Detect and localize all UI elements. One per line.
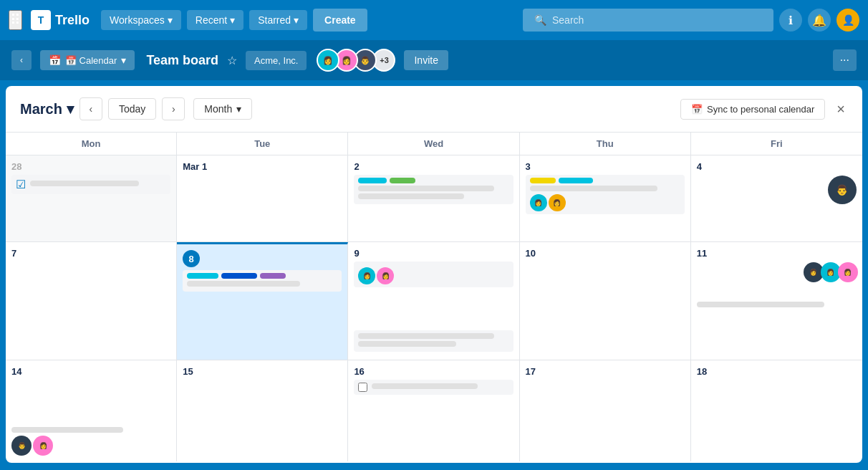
day-number: 17 — [526, 366, 685, 377]
invite-button[interactable]: Invite — [404, 50, 448, 70]
day-header-wed: Wed — [348, 133, 519, 155]
month-chevron-icon: ▾ — [67, 100, 74, 118]
member-avatar-1[interactable]: 👩 — [317, 49, 339, 72]
green-tag — [390, 178, 415, 183]
recent-button[interactable]: Recent ▾ — [187, 10, 243, 30]
card-text — [372, 383, 477, 389]
star-button[interactable]: ☆ — [227, 54, 237, 67]
search-input[interactable] — [552, 14, 762, 26]
day-number: 14 — [11, 366, 170, 377]
calendar-day-8[interactable]: 8 — [177, 242, 348, 360]
purple-tag — [260, 273, 286, 279]
notifications-button[interactable]: 🔔 — [808, 9, 831, 32]
card-text — [530, 186, 658, 191]
day-number: 11 — [697, 248, 857, 259]
calendar-day-mar1[interactable]: Mar 1 — [177, 155, 348, 241]
day-number: 8 — [183, 250, 200, 267]
card-item[interactable]: 👩 👩 — [526, 175, 685, 214]
card-avatars: 👩 👩 — [530, 194, 680, 211]
calendar-day-14[interactable]: 14 👨 👩 — [6, 360, 177, 461]
calendar-view-button[interactable]: 📅 📅 Calendar ▾ — [40, 50, 135, 70]
card-item[interactable] — [354, 175, 513, 204]
grid-icon[interactable]: ⠿ — [9, 10, 22, 30]
trello-logo: T Trello — [31, 10, 90, 30]
board-title: Team board — [146, 53, 218, 68]
day-number: 15 — [183, 366, 342, 377]
card-item-2[interactable] — [354, 330, 513, 352]
month-navigation: March ▾ ‹ Today › — [20, 97, 185, 120]
workspaces-button[interactable]: Workspaces ▾ — [101, 10, 181, 30]
close-button[interactable]: × — [834, 98, 848, 120]
create-button[interactable]: Create — [313, 9, 367, 32]
calendar-day-10[interactable]: 10 — [520, 242, 691, 360]
calendar-day-17[interactable]: 17 — [520, 360, 691, 461]
day-number: 18 — [697, 366, 857, 377]
avatar-pink: 👩 — [838, 262, 858, 282]
avatar-yellow: 👩 — [549, 194, 566, 211]
yellow-tag — [530, 178, 556, 183]
board-header: ‹ 📅 📅 Calendar ▾ Team board ☆ Acme, Inc.… — [0, 40, 868, 80]
next-month-button[interactable]: › — [162, 97, 185, 120]
calendar-day-15[interactable]: 15 — [177, 360, 348, 461]
sidebar-toggle[interactable]: ‹ — [11, 50, 32, 70]
avatar-pink: 👩 — [377, 267, 394, 284]
starred-button[interactable]: Starred ▾ — [249, 10, 307, 30]
day-number: 7 — [11, 248, 170, 259]
prev-month-button[interactable]: ‹ — [79, 97, 102, 120]
day-number: 9 — [354, 248, 513, 259]
calendar-day-28[interactable]: 28 ☑ — [6, 155, 177, 241]
day-number: Mar 1 — [183, 161, 342, 172]
calendar-day-7[interactable]: 7 — [6, 242, 177, 360]
calendar-sync-icon: 📅 — [691, 104, 703, 115]
today-button[interactable]: Today — [108, 98, 156, 120]
card-item[interactable] — [183, 270, 342, 292]
card-item[interactable] — [354, 380, 513, 395]
month-title[interactable]: March ▾ — [20, 100, 74, 118]
day-header-tue: Tue — [177, 133, 348, 155]
more-options-button[interactable]: ··· — [833, 49, 857, 71]
calendar-day-9[interactable]: 9 👩 👩 — [348, 242, 519, 360]
card-item[interactable]: 👩 👩 — [354, 262, 513, 287]
blue-tag — [221, 273, 257, 279]
card-text-1 — [358, 186, 493, 191]
day-number: 10 — [526, 248, 685, 259]
calendar-icon: 📅 — [49, 54, 61, 66]
day-number: 28 — [11, 161, 170, 172]
month-view-button[interactable]: Month ▾ — [193, 98, 252, 120]
card-tags — [358, 178, 508, 183]
calendar-day-18[interactable]: 18 — [691, 360, 862, 461]
card-checkbox[interactable] — [358, 383, 367, 392]
calendar-day-11[interactable]: 11 👩 👩 👩 — [691, 242, 862, 360]
day-number: 3 — [526, 161, 685, 172]
search-icon: 🔍 — [534, 14, 546, 26]
top-navigation: ⠿ T Trello Workspaces ▾ Recent ▾ Starred… — [0, 0, 868, 40]
avatar-teal: 👩 — [358, 267, 375, 284]
calendar-day-2[interactable]: 2 — [348, 155, 519, 241]
cyan-tag — [559, 178, 593, 183]
three-avatars: 👩 👩 👩 — [804, 262, 858, 282]
workspace-button[interactable]: Acme, Inc. — [246, 51, 307, 70]
card-text — [11, 427, 123, 433]
calendar-day-3[interactable]: 3 👩 👩 — [520, 155, 691, 241]
card-text — [30, 181, 139, 186]
logo-box: T — [31, 10, 51, 30]
day-number: 16 — [354, 366, 513, 377]
calendar-day-16[interactable]: 16 — [348, 360, 519, 461]
check-icon: ☑ — [16, 178, 26, 191]
calendar-day-4[interactable]: 4 👨 — [691, 155, 862, 241]
card-text-2 — [358, 341, 456, 347]
card-check-row: ☑ — [16, 178, 166, 191]
day-number: 2 — [354, 161, 513, 172]
user-avatar[interactable]: 👤 — [836, 9, 859, 32]
calendar-week-3: 14 👨 👩 15 16 — [6, 360, 862, 461]
card-item[interactable]: ☑ — [11, 175, 170, 194]
card-bottom: 👨 👩 — [11, 427, 170, 456]
day-headers: Mon Tue Wed Thu Fri — [6, 133, 862, 155]
view-chevron-icon: ▾ — [236, 103, 241, 115]
search-bar: 🔍 — [523, 9, 773, 32]
card-item[interactable] — [697, 302, 857, 307]
cyan-tag — [187, 273, 218, 279]
card-tags — [530, 178, 680, 183]
sync-calendar-button[interactable]: 📅 Sync to personal calendar — [680, 99, 825, 120]
info-button[interactable]: ℹ — [779, 9, 802, 32]
